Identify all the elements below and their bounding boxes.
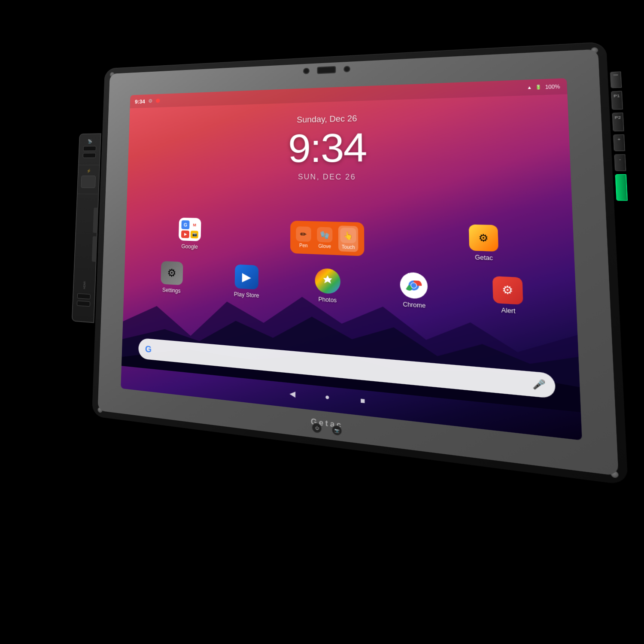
battery-icon: 🔋 xyxy=(535,85,542,90)
settings-img: ⚙ xyxy=(161,261,183,286)
home-button[interactable]: ● xyxy=(325,392,330,402)
usb-port-2 xyxy=(83,153,96,158)
alert-label: Alert xyxy=(501,307,516,315)
alert-icon[interactable]: ⚙ Alert xyxy=(492,276,524,315)
pen-mode-btn[interactable]: ✏ Pen xyxy=(296,226,311,248)
tablet-shell: Getac ⏻ 📷 xyxy=(92,42,628,485)
glove-icon: 🧤 xyxy=(317,227,332,243)
power-side-btn[interactable] xyxy=(610,71,622,88)
chrome-icon[interactable]: Chrome xyxy=(400,272,428,310)
photos-icon[interactable]: Photos xyxy=(315,268,340,304)
power-btn[interactable]: ⏻ xyxy=(312,422,322,434)
hinge-upper xyxy=(93,208,98,233)
getac-app-icon[interactable]: ⚙ Getac xyxy=(468,225,498,262)
pen-icon: ✏ xyxy=(296,226,311,242)
camera-dot-left xyxy=(303,68,310,74)
getac-app-label: Getac xyxy=(475,254,493,261)
clock-time: 9:34 xyxy=(128,123,571,168)
back-button[interactable]: ◀ xyxy=(290,389,296,398)
status-bar-right: ▲ 🔋 100% xyxy=(527,84,560,90)
glove-mode-btn[interactable]: 🧤 Glove xyxy=(317,227,332,249)
photos-label: Photos xyxy=(318,296,337,304)
camera-dot-right xyxy=(343,66,350,72)
google-folder-img: G M ▶ 📷 xyxy=(179,218,201,241)
glove-label: Glove xyxy=(318,243,331,249)
microphone-icon[interactable]: 🎤 xyxy=(532,378,546,391)
usb-c-port xyxy=(77,301,90,307)
right-side-buttons: P1 P2 + - xyxy=(610,71,628,200)
dock-middle: ⚡ xyxy=(78,165,99,194)
green-button[interactable] xyxy=(615,174,628,201)
touch-label: Touch xyxy=(342,244,355,250)
pen-label: Pen xyxy=(299,243,308,249)
settings-icon[interactable]: ⚙ Settings xyxy=(161,261,183,295)
hinge-lower xyxy=(92,236,97,262)
photos-img xyxy=(315,268,340,294)
alert-img: ⚙ xyxy=(492,276,523,305)
tablet-screen: 9:34 ⚙ ▲ 🔋 100% Sunday, Dec 26 9:34 SUN,… xyxy=(121,78,582,440)
touch-icon: 👆 xyxy=(340,228,356,243)
recent-apps-button[interactable]: ■ xyxy=(360,396,365,406)
play-store-img: ▶ xyxy=(235,264,259,290)
input-mode-widget[interactable]: ✏ Pen 🧤 Glove 👆 Touch xyxy=(290,221,365,256)
dock-top-ports: 📡 xyxy=(79,134,100,165)
play-store-icon[interactable]: ▶ Play Store xyxy=(234,264,259,299)
vol-down-label: - xyxy=(615,155,625,161)
google-label: Google xyxy=(181,243,198,250)
google-g-logo: G xyxy=(145,343,152,355)
vol-down-button[interactable]: - xyxy=(614,154,626,171)
camera-slot xyxy=(317,66,336,74)
notification-dot xyxy=(156,99,160,103)
wifi-icon: ▲ xyxy=(527,85,532,90)
vol-up-label: + xyxy=(614,135,624,142)
status-bar-left: 9:34 ⚙ xyxy=(135,97,160,105)
vol-up-button[interactable]: + xyxy=(613,134,625,151)
chrome-img xyxy=(400,272,428,299)
usb-port-1 xyxy=(83,146,96,151)
antenna-icon: 📡 xyxy=(82,139,98,144)
google-folder-icon[interactable]: G M ▶ 📷 Google xyxy=(179,218,201,250)
touch-mode-btn[interactable]: 👆 Touch xyxy=(338,225,358,252)
power-icon: ⚡ xyxy=(81,169,97,173)
gear-icon: ⚙ xyxy=(148,98,153,104)
dock-bottom-ports: HDMI xyxy=(73,274,95,313)
p2-label: P2 xyxy=(613,113,623,120)
camera-bar xyxy=(303,65,350,75)
status-time: 9:34 xyxy=(135,98,145,105)
connector xyxy=(81,176,96,188)
clock-area: Sunday, Dec 26 9:34 SUN, DEC 26 xyxy=(128,108,571,182)
p2-button[interactable]: P2 xyxy=(612,112,624,131)
chrome-label: Chrome xyxy=(403,301,425,310)
hdmi-label: HDMI xyxy=(82,279,85,292)
indicator-light: 📷 xyxy=(332,425,342,436)
battery-level: 100% xyxy=(545,84,560,90)
p1-label: P1 xyxy=(612,91,622,98)
getac-app-img: ⚙ xyxy=(468,225,498,252)
settings-label: Settings xyxy=(162,287,181,294)
tablet-bezel: Getac ⏻ 📷 xyxy=(97,49,618,476)
p1-button[interactable]: P1 xyxy=(611,91,623,110)
left-dock: 📡 ⚡ HDMI xyxy=(70,133,101,323)
hdmi-port xyxy=(77,293,91,299)
